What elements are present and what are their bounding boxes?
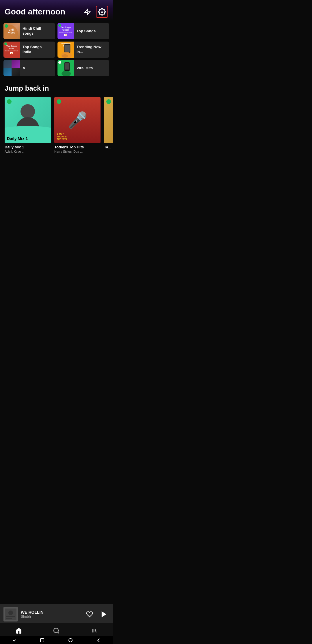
daily-mix-label: Daily Mix 1 <box>7 136 28 141</box>
tth-label: TMH TODAY'STOP HITS <box>57 132 67 140</box>
svg-point-10 <box>8 611 13 615</box>
svg-rect-12 <box>6 618 12 619</box>
settings-icon <box>98 8 106 16</box>
quick-item-label-mixed: A <box>20 66 28 71</box>
silhouette-head <box>21 104 35 119</box>
like-button[interactable] <box>85 610 94 619</box>
lightning-icon <box>84 8 91 16</box>
quick-item-label-trending: Trending Now In... <box>74 45 109 55</box>
play-icon <box>100 610 108 618</box>
now-playing-thumb <box>3 607 18 621</box>
now-playing-artist: Shubh <box>21 615 82 619</box>
svg-line-15 <box>58 632 59 633</box>
daily-mix-card-sub: Avicii, Kygo ... <box>5 150 51 153</box>
settings-button[interactable] <box>96 6 108 18</box>
svg-rect-2 <box>65 45 70 52</box>
svg-marker-13 <box>102 611 106 617</box>
android-down-button[interactable] <box>11 637 17 643</box>
rollin-thumbnail <box>3 607 18 621</box>
now-playing-bar: WE ROLLIN Shubh <box>0 604 113 624</box>
library-icon <box>90 627 97 634</box>
rollin-art <box>3 607 18 621</box>
quick-item-viral-hits[interactable]: Viral Hits <box>57 60 109 76</box>
home-nav-icon <box>15 627 23 635</box>
quick-item-label-viral: Viral Hits <box>74 66 96 71</box>
system-bar <box>0 636 113 644</box>
jump-card-daily-mix-1[interactable]: Daily Mix 1 Daily Mix 1 Avicii, Kygo ... <box>5 97 51 153</box>
quick-item-label-india: Top Songs - India <box>20 45 55 55</box>
svg-point-19 <box>69 639 72 642</box>
quick-item-top-songs-global[interactable]: Top SongsGlobal Weekly Music Charts Top … <box>57 23 109 39</box>
home-icon <box>15 627 22 634</box>
quick-item-chill-vibes[interactable]: ChillVibes Hindi Chill songs <box>3 23 55 39</box>
quick-item-trending-india[interactable]: Trending Now INDIA Trending Now In... <box>57 42 109 58</box>
now-playing-title: WE ROLLIN <box>21 610 82 615</box>
search-icon <box>53 627 60 634</box>
heart-icon <box>86 611 93 618</box>
tth-card-sub: Harry Styles, Dua ... <box>54 150 101 153</box>
daily-mix-spotify-dot <box>7 99 12 104</box>
svg-point-14 <box>54 628 58 633</box>
page-title: Good afternoon <box>5 8 65 16</box>
svg-rect-6 <box>65 63 69 70</box>
jump-card-todays-top-hits[interactable]: 🎤 TMH TODAY'STOP HITS Today's Top Hits H… <box>54 97 101 153</box>
back-triangle-icon <box>96 637 101 643</box>
svg-point-0 <box>101 11 103 13</box>
daily-mix-card-title: Daily Mix 1 <box>5 145 51 149</box>
quick-item-top-songs-india[interactable]: Top SongsIndia Weekly Music Charts Top S… <box>3 42 55 58</box>
android-recents-button[interactable] <box>39 637 45 643</box>
tth-card-title: Today's Top Hits <box>54 145 101 149</box>
jump-back-scroll: Daily Mix 1 Daily Mix 1 Avicii, Kygo ...… <box>0 97 113 159</box>
chevron-down-icon <box>11 637 17 643</box>
jump-back-title: Jump back in <box>0 81 113 97</box>
header-actions <box>83 6 108 18</box>
play-button[interactable] <box>99 609 109 619</box>
now-playing-info: WE ROLLIN Shubh <box>21 610 82 619</box>
quick-item-mixed-a[interactable]: A <box>3 60 55 76</box>
viral-phone-svg <box>59 60 74 76</box>
third-spotify-dot <box>106 99 111 104</box>
tth-spotify-dot <box>57 99 61 104</box>
quick-picks-grid: ChillVibes Hindi Chill songs Top SongsGl… <box>0 21 113 81</box>
android-back-button[interactable] <box>96 637 101 643</box>
quick-item-label-global: Top Songs ... <box>74 29 103 34</box>
now-playing-controls <box>85 609 109 619</box>
trending-phone-svg <box>59 42 74 58</box>
search-nav-icon <box>52 627 60 635</box>
lightning-button[interactable] <box>83 7 92 17</box>
square-icon <box>39 637 45 643</box>
third-card-title: Ta... <box>104 145 113 149</box>
india-thumb-text: Top SongsIndia <box>6 45 17 50</box>
library-nav-icon <box>90 627 98 635</box>
global-thumb-text: Top SongsGlobal <box>60 26 71 31</box>
circle-icon <box>68 637 73 643</box>
quick-item-label-chill: Hindi Chill songs <box>20 26 55 36</box>
chill-thumb-label: ChillVibes <box>8 28 15 34</box>
svg-rect-11 <box>6 616 15 617</box>
android-home-button[interactable] <box>68 637 73 643</box>
svg-point-4 <box>62 54 68 58</box>
svg-point-7 <box>62 71 71 76</box>
jump-card-third[interactable]: Ta... <box>104 97 113 153</box>
svg-rect-18 <box>40 639 44 642</box>
